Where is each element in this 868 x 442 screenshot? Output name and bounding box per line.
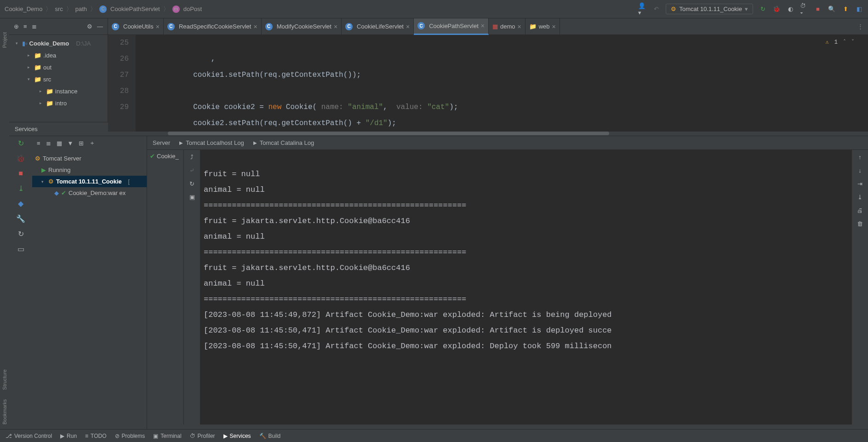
tab-list-icon[interactable]: ⋮: [857, 23, 863, 30]
services-icon: ▶: [223, 433, 228, 439]
tree-folder-idea[interactable]: ▸📁 .idea: [9, 49, 108, 61]
search-icon[interactable]: 🔍: [828, 5, 836, 13]
collapse-icon[interactable]: ≣: [46, 140, 51, 147]
coverage-icon[interactable]: ◐: [786, 5, 794, 13]
tab-catalina-log[interactable]: ▶Tomcat Catalina Log: [253, 139, 314, 146]
back-icon[interactable]: ↶: [652, 5, 660, 13]
stop-icon[interactable]: ■: [18, 169, 23, 178]
stop-icon[interactable]: ■: [814, 5, 822, 13]
run-icon[interactable]: ↻: [759, 5, 767, 13]
breadcrumb-item[interactable]: CookiePathServlet: [110, 6, 160, 12]
tab-localhost-log[interactable]: ▶Tomcat Localhost Log: [179, 139, 244, 146]
project-tool-button[interactable]: Project: [2, 32, 7, 48]
layout-icon[interactable]: ▭: [17, 245, 24, 253]
debug-icon[interactable]: 🐞: [772, 5, 781, 13]
next-highlight-icon[interactable]: ˅: [851, 39, 854, 46]
services-left-toolbar: ↻ 🐞 ■ ⤓ ◆ 🔧 ↻ ▭: [9, 136, 32, 429]
refresh-icon[interactable]: ↻: [18, 230, 24, 238]
add-icon[interactable]: ＋: [89, 139, 95, 147]
breadcrumb-item[interactable]: src: [55, 6, 63, 12]
tab-run[interactable]: ▶Run: [60, 433, 77, 439]
tab-todo[interactable]: ≡TODO: [85, 433, 106, 439]
tab-version-control[interactable]: ⎇Version Control: [6, 433, 52, 439]
close-icon[interactable]: ×: [552, 23, 556, 30]
close-icon[interactable]: ×: [156, 23, 160, 30]
tab-terminal[interactable]: ▣Terminal: [153, 433, 181, 439]
tree-run-config[interactable]: ▾⚙Tomcat 10.1.11_Cookie [: [32, 176, 147, 187]
scroll-end-icon[interactable]: ▣: [189, 194, 195, 201]
tab-server[interactable]: Server: [153, 139, 170, 146]
tab-profiler[interactable]: ⏱Profiler: [190, 433, 215, 439]
tab-web[interactable]: 📁web×: [525, 18, 560, 35]
tab-read-specific[interactable]: CReadSpecificCookieServlet×: [164, 18, 262, 35]
tree-tomcat-server[interactable]: ⚙Tomcat Server: [32, 153, 147, 164]
tab-cookie-life[interactable]: CCookieLifeServlet×: [342, 18, 414, 35]
user-icon[interactable]: 👤▾: [638, 5, 646, 13]
list-icon: ≡: [85, 433, 88, 439]
minimize-icon[interactable]: —: [97, 23, 103, 30]
profile-icon[interactable]: ⏱▾: [800, 5, 808, 13]
tab-cookie-utils[interactable]: CCookieUtils×: [108, 18, 164, 35]
dropdown-icon: ▾: [745, 6, 748, 12]
tree-folder-intro[interactable]: ▸📁 intro: [9, 97, 108, 109]
close-icon[interactable]: ×: [253, 23, 257, 30]
collapse-all-icon[interactable]: ≣: [32, 23, 37, 30]
view-icon[interactable]: ⊞: [79, 140, 84, 147]
breadcrumb-item[interactable]: path: [75, 6, 87, 12]
clear-icon[interactable]: 🗑: [857, 220, 863, 227]
tree-folder-out[interactable]: ▸📁 out: [9, 61, 108, 73]
close-icon[interactable]: ×: [518, 23, 521, 30]
update-icon[interactable]: ⬆: [841, 5, 850, 13]
print-icon[interactable]: 🖨: [857, 207, 863, 214]
artifacts-icon[interactable]: ◆: [18, 199, 23, 208]
settings-icon[interactable]: 🔧: [16, 214, 25, 223]
services-tree[interactable]: ⚙Tomcat Server ▶Running ▾⚙Tomcat 10.1.11…: [32, 150, 147, 201]
close-icon[interactable]: ×: [406, 23, 410, 30]
tab-problems[interactable]: ⊘Problems: [115, 433, 145, 439]
close-icon[interactable]: ×: [481, 22, 485, 29]
tab-demo[interactable]: ▦demo×: [489, 18, 525, 35]
filter-icon[interactable]: ▼: [68, 140, 74, 147]
tree-folder-instance[interactable]: ▸📁 instance: [9, 85, 108, 97]
project-panel: ⊕ ≡ ≣ ⚙ — ▾▮▫ Cookie_Demo D:\JA ▸📁 .idea: [9, 18, 108, 122]
group-icon[interactable]: ▦: [57, 140, 62, 147]
prev-highlight-icon[interactable]: ˄: [843, 39, 846, 46]
tab-modify-cookie[interactable]: CModifyCookieServlet×: [262, 18, 342, 35]
deploy-icon[interactable]: ⤓: [18, 184, 24, 193]
bookmarks-tool-button[interactable]: Bookmarks: [2, 399, 7, 425]
ide-icon[interactable]: ◧: [855, 5, 863, 13]
up-stack-icon[interactable]: ⤴: [190, 154, 194, 161]
close-icon[interactable]: ×: [334, 23, 337, 30]
breadcrumb-item[interactable]: Cookie_Demo: [5, 6, 42, 12]
soft-wrap-icon[interactable]: ⇥: [857, 180, 862, 187]
run-configuration-selector[interactable]: ⚙ Tomcat 10.1.11_Cookie ▾: [666, 4, 753, 14]
expand-icon[interactable]: ≡: [37, 140, 40, 147]
up-icon[interactable]: ↑: [858, 154, 862, 161]
tree-running[interactable]: ▶Running: [32, 164, 147, 176]
run-config-name: Tomcat 10.1.11_Cookie: [679, 6, 742, 12]
settings-icon[interactable]: ⚙: [87, 23, 92, 30]
project-tree[interactable]: ▾▮▫ Cookie_Demo D:\JA ▸📁 .idea ▸📁 out ▾📁…: [9, 35, 108, 111]
tab-services[interactable]: ▶Services: [223, 433, 251, 439]
select-opened-icon[interactable]: ⊕: [14, 23, 19, 30]
tree-project-root[interactable]: ▾▮▫ Cookie_Demo D:\JA: [9, 37, 108, 49]
down-icon[interactable]: ↓: [858, 167, 862, 174]
scroll-icon[interactable]: ⤓: [857, 194, 862, 201]
tab-build[interactable]: 🔨Build: [259, 433, 281, 439]
console-scrollbar[interactable]: [147, 425, 868, 429]
expand-all-icon[interactable]: ≡: [23, 23, 27, 30]
inspection-widget[interactable]: ⚠1 ˄ ˅: [826, 39, 854, 46]
breadcrumb-item[interactable]: doPost: [183, 6, 202, 12]
editor-gutter: 2526272829: [108, 35, 136, 132]
code-editor[interactable]: 2526272829 , cookie1.setPath(req.getCont…: [108, 35, 868, 132]
structure-tool-button[interactable]: Structure: [2, 369, 7, 390]
run-icon[interactable]: 🐞: [16, 154, 25, 163]
tree-artifact[interactable]: ◆✔Cookie_Demo:war ex: [32, 187, 147, 199]
editor-code[interactable]: , cookie1.setPath(req.getContextPath());…: [136, 35, 868, 132]
console-output[interactable]: fruit = nullanimal = null===============…: [200, 150, 852, 425]
tab-cookie-path[interactable]: CCookiePathServlet×: [414, 18, 489, 35]
tree-folder-src[interactable]: ▾📁 src: [9, 73, 108, 85]
refresh-icon[interactable]: ↻: [189, 180, 194, 187]
down-stack-icon[interactable]: ⤶: [189, 167, 194, 174]
rerun-icon[interactable]: ↻: [18, 139, 24, 148]
